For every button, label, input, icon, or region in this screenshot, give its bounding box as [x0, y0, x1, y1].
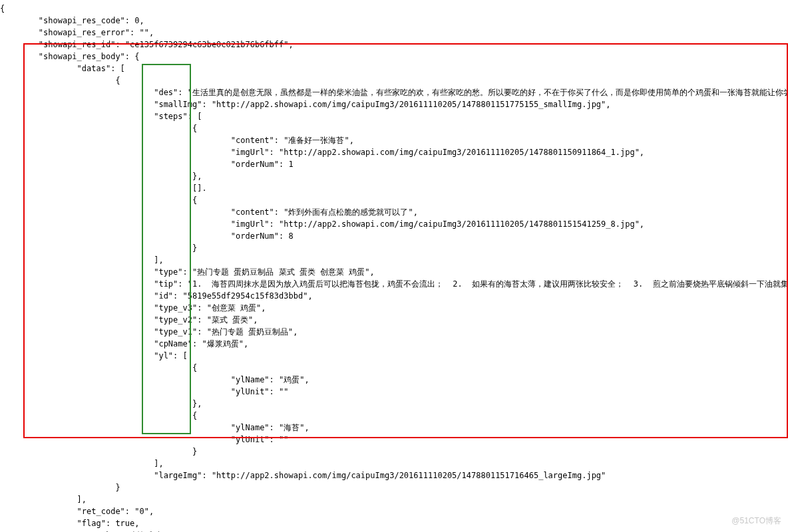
line-step8-close: } — [0, 242, 788, 254]
line-open-brace: { — [0, 3, 788, 15]
line-item-open: { — [0, 74, 788, 86]
line-res-body: "showapi_res_body": { — [0, 51, 788, 63]
line-yl-close: ], — [0, 458, 788, 469]
line-cpname: "cpName": "爆浆鸡蛋", — [0, 338, 788, 350]
line-step8-ordernum: "orderNum": 8 — [0, 230, 788, 242]
line-type-v1: "type_v1": "热门专题 蛋奶豆制品", — [0, 326, 788, 338]
line-yl2-open: { — [0, 410, 788, 422]
line-yl-open: "yl": [ — [0, 350, 788, 362]
line-id: "id": "5819e55df2954c15f83d3bbd", — [0, 290, 788, 302]
line-step8-open: { — [0, 194, 788, 206]
line-item-close: } — [0, 481, 788, 493]
json-viewer: { "showapi_res_code": 0, "showapi_res_er… — [0, 0, 788, 532]
line-type-v2: "type_v2": "菜式 蛋类", — [0, 314, 788, 326]
line-largeimg: "largeImg": "http://app2.showapi.com/img… — [0, 469, 788, 481]
line-flag: "flag": true, — [0, 517, 788, 529]
line-step1-open: { — [0, 122, 788, 134]
line-yl1-name: "ylName": "鸡蛋", — [0, 374, 788, 386]
line-datas-open: "datas": [ — [0, 63, 788, 74]
line-type: "type": "热门专题 蛋奶豆制品 菜式 蛋类 创意菜 鸡蛋", — [0, 266, 788, 278]
line-res-code: "showapi_res_code": 0, — [0, 15, 788, 27]
line-step1-imgurl: "imgUrl": "http://app2.showapi.com/img/c… — [0, 146, 788, 158]
line-remark: "remark": "查询成功!", — [0, 529, 788, 532]
line-res-id: "showapi_res_id": "ce135f6739294c63be0c0… — [0, 39, 788, 51]
line-ret-code: "ret_code": "0", — [0, 505, 788, 517]
line-des: "des": "生活里真的是创意无限，虽然都是一样的柴米油盐，有些家吃的欢，有些… — [0, 86, 788, 98]
watermark: @51CTO博客 — [731, 515, 781, 527]
line-step1-close: }, — [0, 170, 788, 182]
line-tip: "tip": "1. 海苔四周抹水是因为放入鸡蛋后可以把海苔包拢，鸡蛋不会流出；… — [0, 278, 788, 290]
line-step8-imgurl: "imgUrl": "http://app2.showapi.com/img/c… — [0, 218, 788, 230]
line-datas-close: ], — [0, 493, 788, 505]
line-ellipsis: []. — [0, 182, 788, 194]
line-smallimg: "smallImg": "http://app2.showapi.com/img… — [0, 98, 788, 110]
line-steps-close: ], — [0, 254, 788, 266]
line-yl2-unit: "ylUnit": "" — [0, 434, 788, 446]
line-yl2-close: } — [0, 446, 788, 458]
line-res-error: "showapi_res_error": "", — [0, 27, 788, 39]
line-type-v3: "type_v3": "创意菜 鸡蛋", — [0, 302, 788, 314]
line-yl1-unit: "ylUnit": "" — [0, 386, 788, 398]
json-content: { "showapi_res_code": 0, "showapi_res_er… — [0, 3, 788, 532]
line-yl1-close: }, — [0, 398, 788, 410]
line-step8-content: "content": "炸到外面有点松脆的感觉就可以了", — [0, 206, 788, 218]
line-yl2-name: "ylName": "海苔", — [0, 422, 788, 434]
line-yl1-open: { — [0, 362, 788, 374]
line-step1-ordernum: "orderNum": 1 — [0, 158, 788, 170]
line-steps-open: "steps": [ — [0, 110, 788, 122]
line-step1-content: "content": "准备好一张海苔", — [0, 134, 788, 146]
